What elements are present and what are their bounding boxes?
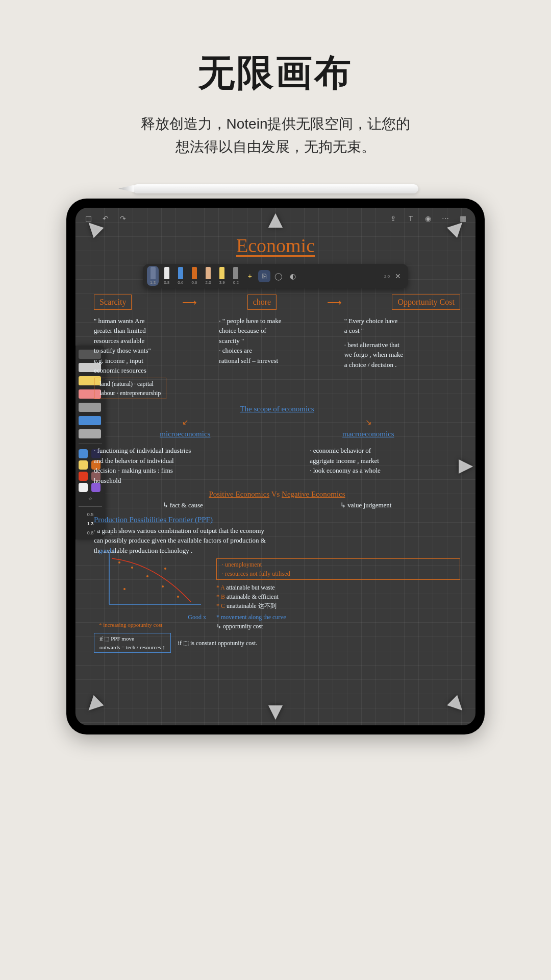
add-pen-button[interactable]: +	[244, 270, 256, 282]
curve-note: * movement along the curve	[216, 612, 460, 622]
key-c: * C unattainable 达不到	[216, 601, 460, 610]
scroll-size: 2.0	[384, 274, 390, 279]
arrow-down-left-icon: ↙	[182, 416, 189, 428]
expand-arrow-n: ▲	[263, 208, 288, 233]
neg-econ: Negative Economics	[282, 490, 345, 498]
dark-mode-button[interactable]: ◐	[287, 270, 299, 282]
svg-point-7	[123, 588, 126, 590]
pen-tool-icon[interactable]: ◉	[422, 213, 434, 224]
close-toolbar-button[interactable]: ✕	[392, 270, 404, 282]
svg-point-4	[146, 575, 148, 577]
col-scarcity: " human wants Aregreater than limitedres…	[94, 316, 210, 399]
svg-point-2	[118, 561, 120, 564]
pen-3[interactable]: 0.6	[174, 266, 186, 286]
redo-icon[interactable]: ↷	[117, 213, 129, 224]
pen-7[interactable]: 0.2	[230, 266, 242, 286]
pen-1[interactable]: 1.3	[147, 266, 159, 286]
tablet-frame: ▲ ▲ ▲ ▲ ▲ ▲ ▲ ▲ ▥ ↶ ↷ ⇪ T ◉ ⋯ ▥ Economic…	[66, 199, 485, 734]
box-chore: chore	[247, 295, 277, 310]
handwritten-notes[interactable]: Scarcity ⟶ chore ⟶ Opportunity Cost " hu…	[94, 289, 460, 715]
ppf-title: Production Possibilities Frontier (PPF)	[94, 514, 460, 526]
lasso-button[interactable]: ◯	[272, 270, 285, 282]
svg-point-3	[131, 567, 133, 569]
col-opportunity: " Every choice havea cost " · best alter…	[344, 316, 460, 399]
color-red[interactable]	[79, 472, 88, 481]
svg-point-6	[177, 596, 179, 598]
neg-sub: ↳ value judgement	[340, 500, 392, 510]
paste-button[interactable]: ⎘	[258, 270, 270, 282]
box-scarcity: Scarcity	[94, 295, 132, 310]
ppf-graph: good y Good x * increasing oppotunity co…	[99, 548, 211, 620]
promo-subtitle: 释放创造力，Notein提供无限空间，让您的 想法得以自由发展，无拘无束。	[0, 113, 551, 159]
canvas-title: Economic	[76, 234, 475, 257]
pos-econ: Positive Economics	[209, 490, 269, 498]
share-icon[interactable]: ⇪	[388, 213, 399, 224]
pen-toolbar: 1.3 0.8 0.6 0.6 2.0 3.9 0.2 + ⎘ ◯ ◐ 2.0 …	[143, 264, 408, 288]
arrow-icon: ⟶	[177, 295, 203, 310]
pen-2[interactable]: 0.8	[161, 266, 172, 286]
pen-5[interactable]: 2.0	[203, 266, 214, 286]
ppf-move-box: if ⬚ PPF move outwards = tech / resource…	[94, 633, 171, 653]
color-white[interactable]	[79, 483, 88, 492]
pen-4[interactable]: 0.6	[188, 266, 200, 286]
color-yellow[interactable]	[79, 460, 88, 470]
key-b: * B attainable & efficient	[216, 592, 460, 601]
svg-point-5	[162, 585, 164, 587]
pos-sub: ↳ fact & cause	[163, 500, 203, 510]
col-chore: · " people have to makechoice because of…	[219, 316, 335, 399]
micro-heading: microeconomics	[160, 428, 210, 440]
ppf-constant: if ⬚ is constant oppotunity cost.	[178, 639, 258, 648]
svg-point-8	[164, 568, 166, 570]
text-tool-icon[interactable]: T	[405, 213, 416, 224]
pen-6[interactable]: 3.9	[216, 266, 228, 286]
micro-notes: · functioning of individual industriesan…	[94, 446, 289, 485]
arrow-down-right-icon: ↘	[365, 416, 372, 428]
box-opportunity: Opportunity Cost	[392, 295, 460, 310]
key-a: * A * A attainable but wasteattainable b…	[216, 583, 460, 592]
macro-heading: macroeconomics	[342, 428, 394, 440]
apple-pencil	[133, 184, 418, 193]
macro-notes: · economic behavior ofaggrtgate income ,…	[310, 446, 460, 485]
app-screen[interactable]: ▲ ▲ ▲ ▲ ▲ ▲ ▲ ▲ ▥ ↶ ↷ ⇪ T ◉ ⋯ ▥ Economic…	[76, 208, 475, 725]
unemployment-box: · unemployment· resources not fully util…	[216, 558, 460, 580]
promo-title: 无限画布	[0, 48, 551, 97]
color-blue[interactable]	[79, 449, 88, 458]
arrow-icon: ⟶	[321, 295, 347, 310]
scope-heading: The scope of economics	[94, 403, 460, 415]
